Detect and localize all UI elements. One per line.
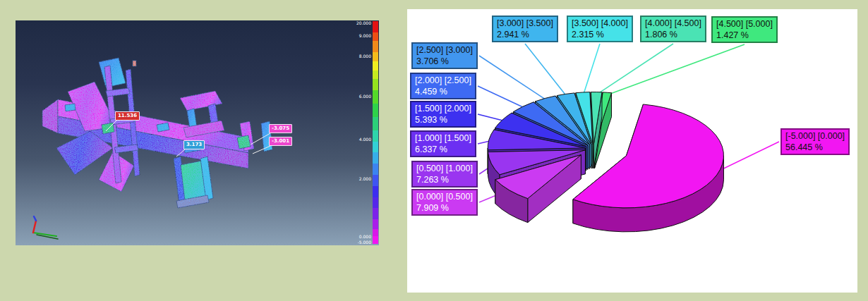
pie-slice-label: [4.000] [4.500]1.806 % (640, 16, 706, 42)
pie-slice-label: [2.500] [3.000]3.706 % (411, 42, 478, 69)
workspace: 11.536 3.173 -3.075 -3.001 20.000 9.000 … (0, 0, 868, 301)
pie-slice-label: [3.500] [4.000]2.315 % (567, 16, 633, 42)
deviation-annotation[interactable]: -3.075 (269, 124, 292, 133)
slice-range: [0.500] [1.000] (416, 163, 473, 174)
leader-line (584, 44, 600, 95)
slice-range: [1.000] [1.500] (415, 133, 471, 144)
slice-percent: 1.427 % (716, 30, 773, 41)
annotation-value: -3.075 (272, 125, 289, 131)
pie-chart-panel: [-5.000] [0.000]56.445 % [0.000] [0.500]… (407, 9, 857, 293)
pie-slice-label: [0.500] [1.000]7.263 % (411, 161, 478, 188)
color-scale-tick: 0.000 (347, 234, 371, 239)
annotation-value: -3.001 (272, 138, 289, 144)
3d-viewport[interactable]: 11.536 3.173 -3.075 -3.001 20.000 9.000 … (16, 20, 379, 245)
annotation-value: 11.536 (118, 113, 137, 118)
leader-line (607, 44, 745, 95)
slice-percent: 3.706 % (416, 56, 473, 67)
slice-range: [1.500] [2.000] (415, 103, 471, 114)
slice-percent: 7.909 % (416, 202, 473, 214)
deviation-annotation[interactable]: -3.001 (269, 137, 292, 146)
deviation-model[interactable] (42, 58, 272, 208)
color-scale-tick: 2.000 (347, 176, 371, 181)
slice-percent: 7.263 % (416, 174, 473, 185)
slice-range: [3.000] [3.500] (497, 18, 553, 29)
pie-slice-label: [3.000] [3.500]2.941 % (492, 16, 558, 42)
leader-line (525, 44, 567, 97)
color-scale-tick: 8.000 (347, 54, 371, 59)
slice-percent: 4.459 % (415, 86, 471, 97)
color-scale-tick: 6.000 (347, 94, 371, 99)
axis-triad-icon (33, 216, 58, 239)
color-scale-tick: -5.000 (347, 240, 371, 245)
slice-percent: 2.315 % (572, 29, 628, 40)
color-scale-tick: 20.000 (347, 20, 371, 25)
leader-line (479, 56, 548, 101)
slice-range: [2.000] [2.500] (415, 75, 471, 86)
slice-percent: 56.445 % (785, 142, 845, 153)
slice-percent: 6.337 % (415, 144, 471, 155)
pie-slice-label: [2.000] [2.500]4.459 % (410, 73, 476, 99)
slice-range: [4.000] [4.500] (645, 18, 701, 29)
annotation-value: 3.173 (186, 142, 202, 147)
deviation-annotation[interactable]: 3.173 (183, 140, 205, 149)
slice-range: [-5.000] [0.000] (785, 130, 845, 142)
deviation-model-svg (16, 20, 379, 245)
leader-line (478, 86, 526, 109)
pie-slice-label: [-5.000] [0.000]56.445 % (780, 128, 850, 155)
pie-slice-label: [0.000] [0.500]7.909 % (411, 189, 478, 216)
deviation-annotation[interactable]: 11.536 (115, 111, 140, 121)
slice-percent: 1.806 % (645, 29, 701, 40)
slice-range: [3.500] [4.000] (572, 18, 628, 29)
slice-range: [2.500] [3.000] (416, 44, 473, 56)
slice-percent: 2.941 % (497, 29, 553, 40)
leader-line (596, 44, 673, 94)
pie-slice-label: [1.500] [2.000]5.393 % (410, 101, 476, 128)
pie-slice-label: [4.500] [5.000]1.427 % (711, 16, 778, 43)
slice-range: [4.500] [5.000] (716, 18, 773, 30)
color-scale-tick: 4.000 (347, 137, 371, 142)
color-scale-bar[interactable] (373, 21, 378, 244)
pie-slice-label: [1.000] [1.500]6.337 % (410, 130, 476, 157)
slice-percent: 5.393 % (415, 114, 471, 125)
slice-range: [0.000] [0.500] (416, 191, 473, 202)
color-scale-tick: 9.000 (347, 33, 371, 38)
